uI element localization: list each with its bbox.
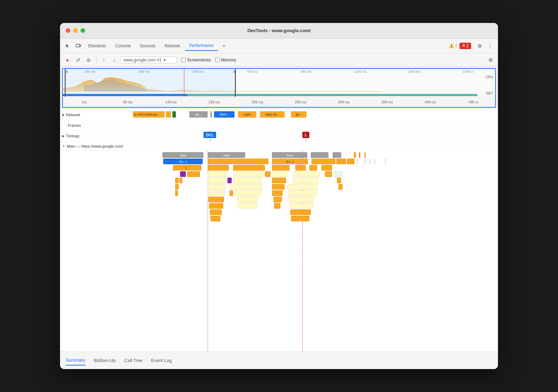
reload-button[interactable]: ↺ (73, 55, 83, 65)
rs-1 (352, 159, 355, 164)
extra-2 (354, 152, 356, 158)
more-icon[interactable]: ⋮ (485, 41, 495, 51)
ruler-2: 599 ms (171, 70, 225, 73)
tab-more[interactable]: » (219, 41, 230, 51)
sub-3 (233, 165, 265, 171)
cursor-icon[interactable] (63, 41, 73, 51)
evt-3: Ev...t (272, 159, 308, 164)
settings-icon[interactable]: ⚙ (475, 41, 485, 51)
bottom-ruler: ms 99 ms 149 ms 199 ms 249 ms 299 ms 349… (63, 100, 495, 104)
sub3-8 (337, 178, 341, 183)
sub-1: (... (173, 165, 201, 171)
network-bar-main-label: e.com/ (www.go... (133, 113, 160, 116)
close-button[interactable] (66, 28, 70, 33)
main-thread-content (133, 142, 498, 150)
extra-4 (364, 152, 366, 158)
timeline-main: ▶ Network e.com/ (www.go... ge... client… (60, 109, 498, 351)
frames-label: Frames (68, 123, 81, 127)
sub9-2 (291, 216, 309, 221)
nb3-label: ge... (195, 113, 202, 116)
timings-triangle-icon[interactable]: ▶ (62, 134, 65, 138)
nb6: hpba (w... (260, 111, 285, 118)
memory-checkbox[interactable] (215, 58, 220, 62)
toolbar-settings-icon[interactable]: ⚙ (486, 55, 495, 65)
svg-rect-0 (76, 44, 79, 47)
tab-network[interactable]: Network (160, 41, 184, 51)
tab-sources[interactable]: Sources (136, 41, 160, 51)
memory-group: Memory (215, 58, 236, 63)
sub8-2 (290, 209, 311, 215)
sub5-3 (230, 190, 233, 196)
overview-container[interactable]: 199 ms 399 ms 599 ms 799 ms 999 ms 1199 … (62, 68, 496, 108)
tab-console[interactable]: Console (111, 41, 135, 51)
minimize-button[interactable] (73, 28, 78, 33)
maximize-button[interactable] (81, 28, 85, 33)
clear-button[interactable]: ⊘ (84, 55, 93, 65)
tab-event-log[interactable]: Event Log (151, 356, 172, 365)
sub3-6 (272, 178, 286, 183)
brule-2: 149 ms (149, 100, 192, 104)
url-selector[interactable]: www.google.com #1 ▾ (120, 57, 177, 64)
extra-3 (359, 152, 360, 158)
frames-row: Frames (60, 120, 498, 130)
screenshots-label: Screenshots (187, 58, 211, 63)
sub6-3 (273, 197, 282, 202)
task-3: Task (272, 152, 307, 158)
tab-call-tree[interactable]: Call Tree (124, 356, 143, 365)
sub2-4 (233, 171, 263, 177)
sub2-5 (265, 171, 271, 177)
brule-7: 399 ms (366, 100, 409, 104)
bottom-tab-bar: Summary Bottom-Up Call Tree Event Log (60, 351, 498, 369)
tab-summary[interactable]: Summary (66, 355, 85, 366)
ruler-7: 1599 m (441, 70, 495, 73)
toolbar-divider-1 (96, 57, 96, 64)
sub9-1 (210, 216, 220, 221)
tab-elements[interactable]: Elements (84, 41, 110, 51)
network-triangle-icon[interactable]: ▶ (62, 113, 65, 117)
network-bar-main: e.com/ (www.go... (133, 111, 165, 118)
error-icon: ✕ (462, 43, 465, 48)
cpu-chart-svg (63, 75, 381, 91)
frames-row-content (133, 120, 498, 130)
rs-6 (385, 159, 386, 164)
sub7-4 (290, 203, 313, 209)
flame-chart-area[interactable]: Task Task Task Ev...t Ev...t (... (60, 151, 498, 351)
main-triangle-icon[interactable]: ▼ (62, 144, 65, 148)
nb7: ge... (291, 111, 307, 118)
rs-3 (364, 159, 366, 164)
sub2-2 (187, 171, 200, 177)
svg-rect-1 (80, 45, 81, 47)
sub5-2 (208, 190, 225, 196)
window-title: DevTools - www.google.com/ (247, 28, 310, 33)
record-button[interactable]: ● (63, 55, 72, 65)
selection-left-handle[interactable]: ⏸ (65, 69, 66, 97)
nb3: ge... (189, 111, 208, 118)
sub5-1 (175, 190, 178, 196)
error-count: 2 (466, 43, 469, 48)
sub7-1 (209, 203, 223, 209)
l-dashed-line (306, 130, 306, 141)
sub7-3 (274, 203, 280, 209)
tab-performance[interactable]: Performance (185, 41, 218, 51)
selection-right-handle[interactable]: ⏸ (235, 69, 236, 97)
nb7-label: ge... (296, 113, 302, 116)
tab-bottom-up[interactable]: Bottom-Up (94, 356, 116, 365)
devtools-tab-bar: Elements Console Sources Network Perform… (60, 38, 498, 53)
ruler-4: 999 ms (279, 70, 333, 73)
brule-3: 199 ms (192, 100, 236, 104)
screenshots-checkbox[interactable] (181, 58, 186, 62)
nb3b (210, 111, 212, 118)
sub4-6 (338, 184, 343, 190)
sub3-3 (208, 178, 226, 183)
sub3-1 (175, 178, 179, 183)
sub5-4 (235, 190, 261, 196)
ruler-0: 199 ms (63, 70, 117, 73)
ruler-5: 1199 ms (333, 70, 387, 73)
sub2-6 (272, 171, 287, 177)
download-button[interactable]: ↓ (110, 55, 119, 65)
timings-row-label: ▶ Timings (62, 134, 133, 138)
upload-button[interactable]: ↑ (99, 55, 108, 65)
device-icon[interactable] (73, 41, 83, 51)
red-marker-overview (184, 69, 185, 97)
sub4-5 (287, 184, 318, 190)
